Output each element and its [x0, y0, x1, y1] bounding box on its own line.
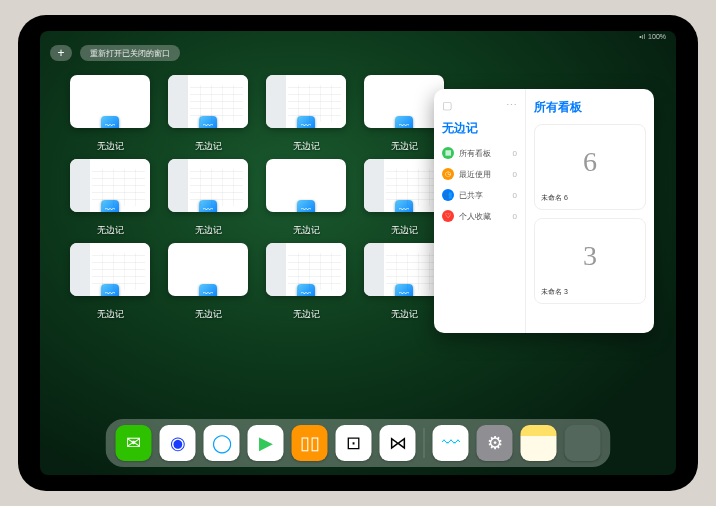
thumbnail-label: 无边记 [293, 224, 320, 237]
dock-app-qqbrowser[interactable]: ◯ [204, 425, 240, 461]
window-thumbnail[interactable]: 〰 无边记 [70, 159, 150, 237]
board-name: 未命名 6 [541, 193, 639, 203]
freeform-app-icon: 〰 [199, 284, 217, 296]
thumbnail-label: 无边记 [195, 224, 222, 237]
sidebar-item[interactable]: ♡ 个人收藏 0 [442, 210, 517, 222]
sidebar-toggle-icon[interactable]: ▢ [442, 99, 452, 112]
thumbnail-label: 无边记 [391, 224, 418, 237]
dock-app-books[interactable]: ▯▯ [292, 425, 328, 461]
window-thumbnail[interactable]: 〰 无边记 [168, 159, 248, 237]
freeform-app-icon: 〰 [395, 284, 413, 296]
window-thumbnail[interactable]: 〰 无边记 [168, 243, 248, 321]
thumbnail-label: 无边记 [391, 308, 418, 321]
thumbnail-label: 无边记 [195, 308, 222, 321]
freeform-app-icon: 〰 [395, 200, 413, 212]
dock: ✉◉◯▶▯▯⊡⋈〰⚙ [106, 419, 611, 467]
sidebar-item-icon: ▦ [442, 147, 454, 159]
dock-app-freeform[interactable]: 〰 [433, 425, 469, 461]
reopen-closed-window-button[interactable]: 重新打开已关闭的窗口 [80, 45, 180, 61]
board-card[interactable]: 6 未命名 6 [534, 124, 646, 210]
screen: •ıl 100% + 重新打开已关闭的窗口 〰 无边记 〰 无边记 〰 无边记 … [40, 31, 676, 475]
window-thumbnail[interactable]: 〰 无边记 [364, 243, 444, 321]
freeform-content: 所有看板 6 未命名 6 3 未命名 3 [526, 89, 654, 333]
thumbnail-preview: 〰 [266, 75, 346, 128]
dock-separator [424, 428, 425, 458]
board-preview: 6 [541, 131, 639, 193]
thumbnail-label: 无边记 [97, 224, 124, 237]
thumbnail-preview: 〰 [266, 243, 346, 296]
sidebar-item-icon: ◷ [442, 168, 454, 180]
board-card[interactable]: 3 未命名 3 [534, 218, 646, 304]
dock-app-browser[interactable]: ◉ [160, 425, 196, 461]
freeform-sidebar: ▢ ⋯ 无边记 ▦ 所有看板 0 ◷ 最近使用 0 👥 已共享 0 ♡ 个人收藏… [434, 89, 526, 333]
sidebar-item-count: 0 [513, 170, 517, 179]
board-name: 未命名 3 [541, 287, 639, 297]
dock-app-library[interactable] [565, 425, 601, 461]
signal-icon: •ıl [639, 33, 645, 40]
ipad-frame: •ıl 100% + 重新打开已关闭的窗口 〰 无边记 〰 无边记 〰 无边记 … [18, 15, 698, 491]
thumbnail-preview: 〰 [70, 243, 150, 296]
freeform-app-icon: 〰 [395, 116, 413, 128]
thumbnail-preview: 〰 [364, 159, 444, 212]
sidebar-item-count: 0 [513, 212, 517, 221]
window-thumbnail[interactable]: 〰 无边记 [266, 243, 346, 321]
status-bar: •ıl 100% [639, 33, 666, 40]
thumbnail-preview: 〰 [168, 243, 248, 296]
thumbnail-preview: 〰 [168, 159, 248, 212]
dock-app-play[interactable]: ▶ [248, 425, 284, 461]
thumbnail-preview: 〰 [364, 243, 444, 296]
battery-label: 100% [648, 33, 666, 40]
sidebar-item-icon: 👥 [442, 189, 454, 201]
thumbnail-label: 无边记 [195, 140, 222, 153]
dock-app-wechat[interactable]: ✉ [116, 425, 152, 461]
thumbnail-preview: 〰 [70, 159, 150, 212]
sidebar-item[interactable]: ◷ 最近使用 0 [442, 168, 517, 180]
freeform-app-icon: 〰 [199, 200, 217, 212]
content-title: 所有看板 [534, 99, 646, 116]
new-tab-button[interactable]: + [50, 45, 72, 61]
sidebar-item[interactable]: ▦ 所有看板 0 [442, 147, 517, 159]
sidebar-item-count: 0 [513, 149, 517, 158]
freeform-window[interactable]: ▢ ⋯ 无边记 ▦ 所有看板 0 ◷ 最近使用 0 👥 已共享 0 ♡ 个人收藏… [434, 89, 654, 333]
thumbnail-label: 无边记 [293, 308, 320, 321]
window-thumbnail[interactable]: 〰 无边记 [70, 243, 150, 321]
thumbnail-label: 无边记 [97, 140, 124, 153]
thumbnail-preview: 〰 [266, 159, 346, 212]
sidebar-item[interactable]: 👥 已共享 0 [442, 189, 517, 201]
more-icon[interactable]: ⋯ [506, 99, 517, 112]
thumbnail-preview: 〰 [364, 75, 444, 128]
freeform-app-icon: 〰 [297, 200, 315, 212]
window-thumbnail[interactable]: 〰 无边记 [70, 75, 150, 153]
thumbnail-label: 无边记 [391, 140, 418, 153]
window-thumbnail[interactable]: 〰 无边记 [266, 159, 346, 237]
thumbnail-label: 无边记 [293, 140, 320, 153]
sidebar-item-label: 已共享 [459, 190, 483, 201]
window-thumbnail-grid: 〰 无边记 〰 无边记 〰 无边记 〰 无边记 〰 无边记 〰 无边记 〰 无边… [70, 75, 444, 321]
board-preview: 3 [541, 225, 639, 287]
freeform-app-icon: 〰 [199, 116, 217, 128]
window-thumbnail[interactable]: 〰 无边记 [364, 75, 444, 153]
dock-app-notes[interactable] [521, 425, 557, 461]
thumbnail-preview: 〰 [168, 75, 248, 128]
freeform-app-icon: 〰 [101, 116, 119, 128]
window-thumbnail[interactable]: 〰 无边记 [364, 159, 444, 237]
dock-app-connect[interactable]: ⋈ [380, 425, 416, 461]
sidebar-item-label: 最近使用 [459, 169, 491, 180]
thumbnail-preview: 〰 [70, 75, 150, 128]
sidebar-title: 无边记 [442, 120, 517, 137]
window-thumbnail[interactable]: 〰 无边记 [168, 75, 248, 153]
dock-app-settings[interactable]: ⚙ [477, 425, 513, 461]
dock-app-dice[interactable]: ⊡ [336, 425, 372, 461]
thumbnail-label: 无边记 [97, 308, 124, 321]
window-thumbnail[interactable]: 〰 无边记 [266, 75, 346, 153]
freeform-app-icon: 〰 [101, 284, 119, 296]
sidebar-item-count: 0 [513, 191, 517, 200]
freeform-app-icon: 〰 [101, 200, 119, 212]
sidebar-item-label: 所有看板 [459, 148, 491, 159]
sidebar-item-icon: ♡ [442, 210, 454, 222]
freeform-app-icon: 〰 [297, 116, 315, 128]
top-bar: + 重新打开已关闭的窗口 [50, 45, 180, 61]
sidebar-item-label: 个人收藏 [459, 211, 491, 222]
freeform-app-icon: 〰 [297, 284, 315, 296]
